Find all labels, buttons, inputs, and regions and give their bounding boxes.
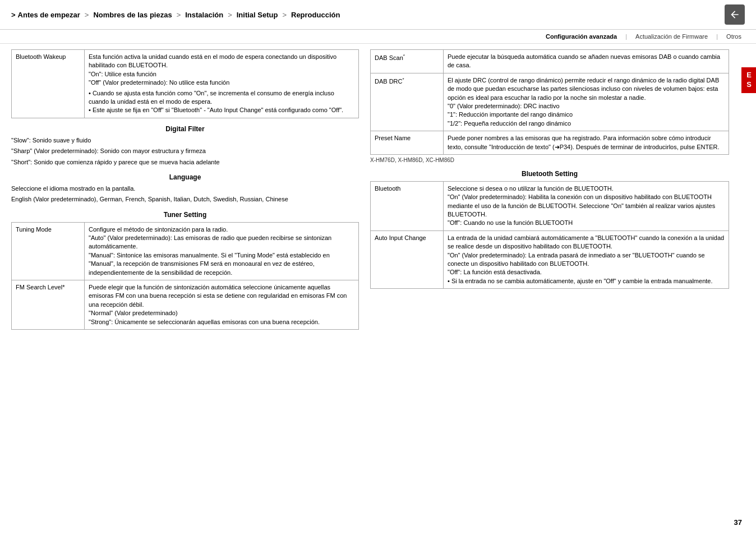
nav-sep-1: > [85,11,89,19]
nav-item-4[interactable]: Reproducción [291,11,340,19]
dab-table: DAB Scan* Puede ejecutar la búsqueda aut… [370,49,729,155]
digital-filter-sharp: "Sharp" (Valor predeterminado): Sonido c… [11,147,359,155]
left-column: Bluetooth Wakeup Esta función activa la … [11,49,359,330]
sub-nav: Configuración avanzada | Actualización d… [0,30,756,44]
tuning-mode-content: Configure el método de sintonización par… [85,222,359,280]
right-column: DAB Scan* Puede ejecutar la búsqueda aut… [370,49,729,330]
preset-name-content: Puede poner nombres a las emisoras que h… [444,131,729,155]
table-row-auto-input: Auto Input Change La entrada de la unida… [371,230,729,288]
sub-nav-divider-2: | [716,33,718,40]
bluetooth-wakeup-content: Esta función activa la unidad cuando est… [85,50,359,118]
dab-scan-content: Puede ejecutar la búsqueda automática cu… [444,50,729,73]
top-nav: > Antes de empezar > Nombres de las piez… [0,0,756,30]
bluetooth-setting-header: Bluetooth Setting [370,170,729,178]
preset-name-label: Preset Name [371,131,444,155]
table-row-tuning-mode: Tuning Mode Configure el método de sinto… [12,222,359,280]
language-badge: ES [741,67,756,93]
nav-sep-4: > [282,11,287,19]
language-line2: English (Valor predeterminado), German, … [11,195,359,204]
nav-separator-0: > [11,11,16,19]
bluetooth-content: Seleccione si desea o no utilizar la fun… [444,181,729,230]
table-row-bluetooth: Bluetooth Seleccione si desea o no utili… [371,181,729,230]
back-button[interactable] [725,4,745,25]
page-number: 37 [734,518,742,527]
nav-item-2[interactable]: Instalación [185,11,223,19]
table-row: Bluetooth Wakeup Esta función activa la … [12,50,359,118]
table-row-dab-drc: DAB DRC* El ajuste DRC (control de rango… [371,73,729,131]
auto-input-content: La entrada de la unidad cambiará automát… [444,230,729,288]
bluetooth-setting-table: Bluetooth Seleccione si desea o no utili… [370,181,729,289]
tuning-mode-label: Tuning Mode [12,222,85,280]
bluetooth-label: Bluetooth [371,181,444,230]
bluetooth-wakeup-label: Bluetooth Wakeup [12,50,85,118]
table-row-dab-scan: DAB Scan* Puede ejecutar la búsqueda aut… [371,50,729,73]
auto-input-label: Auto Input Change [371,230,444,288]
digital-filter-short: "Short": Sonido que comienza rápido y pa… [11,158,359,167]
main-content: Bluetooth Wakeup Esta función activa la … [0,44,756,341]
language-line1: Seleccione el idioma mostrado en la pant… [11,185,359,193]
nav-sep-3: > [228,11,232,19]
fm-search-content: Puede elegir que la función de sintoniza… [85,280,359,330]
nav-item-1[interactable]: Nombres de las piezas [93,11,172,19]
sub-nav-actualizacion[interactable]: Actualización de Firmware [635,33,708,40]
digital-filter-slow: "Slow": Sonido suave y fluido [11,136,359,145]
sub-nav-otros[interactable]: Otros [726,33,741,40]
tuner-setting-table: Tuning Mode Configure el método de sinto… [11,222,359,330]
breadcrumb: > Antes de empezar > Nombres de las piez… [11,11,340,19]
fm-search-label: FM Search Level* [12,280,85,330]
table-row-fm-search: FM Search Level* Puede elegir que la fun… [12,280,359,330]
table-row-preset-name: Preset Name Puede poner nombres a las em… [371,131,729,155]
nav-sep-2: > [177,11,181,19]
tuner-setting-header: Tuner Setting [11,211,359,219]
bluetooth-wakeup-table: Bluetooth Wakeup Esta función activa la … [11,49,359,118]
language-header: Language [11,173,359,181]
nav-item-0[interactable]: Antes de empezar [18,11,80,19]
digital-filter-header: Digital Filter [11,125,359,133]
model-note: X-HM76D, X-HM86D, XC-HM86D [370,157,729,163]
dab-drc-content: El ajuste DRC (control de rango dinámico… [444,73,729,131]
dab-scan-label: DAB Scan* [371,50,444,73]
sub-nav-configuracion[interactable]: Configuración avanzada [546,33,617,40]
sub-nav-divider-1: | [625,33,627,40]
dab-drc-label: DAB DRC* [371,73,444,131]
nav-item-3[interactable]: Initial Setup [237,11,278,19]
